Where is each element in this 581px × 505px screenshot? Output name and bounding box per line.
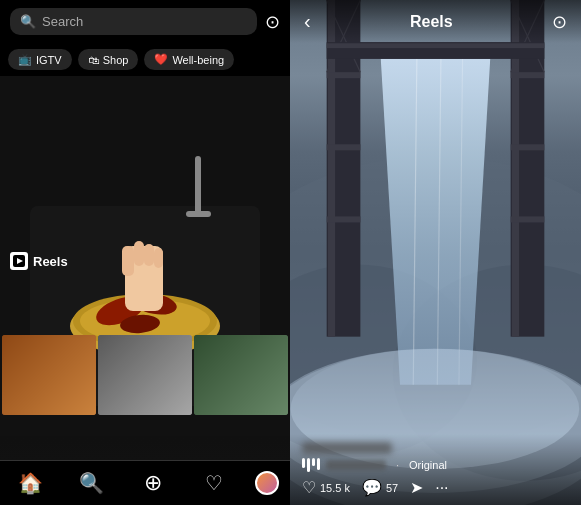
svg-rect-30 — [511, 144, 545, 150]
svg-rect-31 — [511, 216, 545, 222]
reels-label-left: Reels — [10, 252, 68, 270]
nav-home[interactable]: 🏠 — [11, 463, 51, 503]
shop-icon: 🛍 — [88, 54, 99, 66]
share-icon: ➤ — [410, 478, 423, 497]
thumbnail-2[interactable] — [98, 335, 192, 415]
tab-shop[interactable]: 🛍 Shop — [78, 49, 139, 70]
audio-wave-icon — [302, 458, 320, 472]
actions-row: ♡ 15.5 k 💬 57 ➤ ··· — [302, 478, 569, 497]
comment-icon: 💬 — [362, 478, 382, 497]
tab-wellbeing[interactable]: ❤️ Well-being — [144, 49, 234, 70]
likes-count: 15.5 k — [320, 482, 350, 494]
svg-rect-11 — [144, 244, 154, 266]
reels-text: Reels — [33, 254, 68, 269]
food-video-preview[interactable]: Reels — [0, 76, 290, 460]
nav-search[interactable]: 🔍 — [72, 463, 112, 503]
more-icon: ··· — [435, 479, 448, 497]
more-action[interactable]: ··· — [435, 479, 448, 497]
right-bottom-bar: · Original ♡ 15.5 k 💬 57 — [290, 434, 581, 505]
back-button[interactable]: ‹ — [304, 10, 311, 33]
svg-rect-24 — [327, 216, 361, 222]
bottom-nav: 🏠 🔍 ⊕ ♡ — [0, 460, 290, 505]
shop-label: Shop — [103, 54, 129, 66]
main-content-area: Reels — [0, 76, 290, 460]
reels-page-title: Reels — [410, 13, 453, 31]
camera-icon-left[interactable]: ⊙ — [265, 11, 280, 33]
reels-video[interactable]: · Original ♡ 15.5 k 💬 57 — [290, 0, 581, 505]
audio-name-blurred — [326, 460, 386, 470]
left-header: 🔍 Search ⊙ — [0, 0, 290, 43]
camera-icon-right[interactable]: ⊙ — [552, 11, 567, 33]
like-action[interactable]: ♡ 15.5 k — [302, 478, 350, 497]
filter-tabs: 📺 IGTV 🛍 Shop ❤️ Well-being — [0, 43, 290, 76]
nav-add[interactable]: ⊕ — [133, 463, 173, 503]
search-icon: 🔍 — [20, 14, 36, 29]
tab-igtv[interactable]: 📺 IGTV — [8, 49, 72, 70]
wellbeing-label: Well-being — [172, 54, 224, 66]
svg-rect-35 — [327, 43, 545, 48]
svg-rect-9 — [122, 246, 134, 276]
waterfall-scene: · Original ♡ 15.5 k 💬 57 — [290, 0, 581, 505]
share-action[interactable]: ➤ — [410, 478, 423, 497]
igtv-label: IGTV — [36, 54, 62, 66]
original-label: Original — [409, 459, 447, 471]
audio-row: · Original — [302, 458, 569, 472]
svg-marker-36 — [381, 59, 490, 385]
svg-rect-22 — [327, 72, 361, 78]
thumbnail-3[interactable] — [194, 335, 288, 415]
search-placeholder: Search — [42, 14, 83, 29]
username-blurred — [302, 442, 392, 454]
svg-rect-14 — [186, 211, 211, 217]
tower-svg — [290, 0, 581, 505]
svg-rect-13 — [195, 156, 201, 216]
right-header: ‹ Reels ⊙ — [290, 0, 581, 43]
igtv-icon: 📺 — [18, 53, 32, 66]
search-bar[interactable]: 🔍 Search — [10, 8, 257, 35]
heart-icon: ♡ — [302, 478, 316, 497]
svg-rect-29 — [511, 72, 545, 78]
svg-rect-10 — [134, 241, 144, 266]
wellbeing-icon: ❤️ — [154, 53, 168, 66]
separator: · — [396, 459, 399, 471]
comments-count: 57 — [386, 482, 398, 494]
nav-profile-avatar[interactable] — [255, 471, 279, 495]
comment-action[interactable]: 💬 57 — [362, 478, 398, 497]
reels-icon — [10, 252, 28, 270]
left-panel: 🔍 Search ⊙ 📺 IGTV 🛍 Shop ❤️ Well-being — [0, 0, 290, 505]
bottom-thumbnails — [0, 335, 290, 415]
thumbnail-1[interactable] — [2, 335, 96, 415]
svg-rect-12 — [154, 248, 163, 268]
right-panel: ‹ Reels ⊙ — [290, 0, 581, 505]
svg-rect-23 — [327, 144, 361, 150]
nav-heart[interactable]: ♡ — [194, 463, 234, 503]
